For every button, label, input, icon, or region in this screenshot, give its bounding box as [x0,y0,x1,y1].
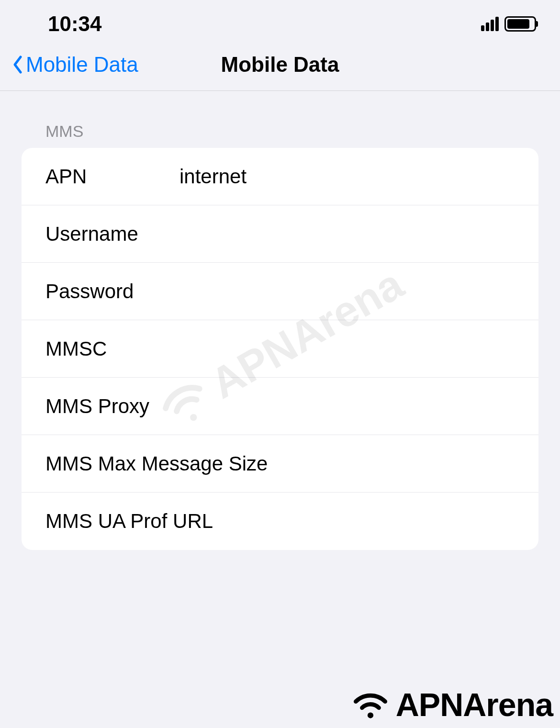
row-password[interactable]: Password [22,263,538,320]
input-password[interactable] [179,280,538,303]
settings-group-mms: APN Username Password MMSC MMS Proxy MMS… [22,148,538,550]
input-mms-max-message-size[interactable] [268,452,538,475]
row-mmsc[interactable]: MMSC [22,320,538,378]
label-password: Password [45,280,179,303]
row-mms-max-message-size[interactable]: MMS Max Message Size [22,435,538,493]
page-title: Mobile Data [221,53,339,77]
input-mms-ua-prof-url[interactable] [213,510,538,533]
row-apn[interactable]: APN [22,148,538,205]
content-area: MMS APN Username Password MMSC MMS Proxy… [0,91,560,550]
status-bar: 10:34 [0,0,560,43]
label-mms-proxy: MMS Proxy [45,395,179,418]
label-mms-max-message-size: MMS Max Message Size [45,452,268,475]
cellular-signal-icon [481,17,499,31]
section-header-mms: MMS [22,122,538,148]
wifi-icon [349,687,392,722]
label-mms-ua-prof-url: MMS UA Prof URL [45,510,213,533]
input-username[interactable] [179,223,538,246]
chevron-left-icon [12,55,23,74]
input-mms-proxy[interactable] [179,395,538,418]
svg-point-0 [368,712,373,718]
back-label: Mobile Data [26,53,138,77]
row-mms-proxy[interactable]: MMS Proxy [22,378,538,435]
label-username: Username [45,223,179,246]
label-mmsc: MMSC [45,337,179,360]
status-indicators [481,16,536,32]
row-username[interactable]: Username [22,205,538,263]
footer-brand-text: APNArena [396,686,553,723]
label-apn: APN [45,165,179,188]
input-mmsc[interactable] [179,337,538,360]
footer-brand: APNArena [349,686,553,723]
input-apn[interactable] [179,165,538,188]
battery-icon [504,16,536,32]
status-time: 10:34 [48,12,102,36]
nav-bar: Mobile Data Mobile Data [0,43,560,91]
row-mms-ua-prof-url[interactable]: MMS UA Prof URL [22,493,538,550]
back-button[interactable]: Mobile Data [12,53,138,77]
